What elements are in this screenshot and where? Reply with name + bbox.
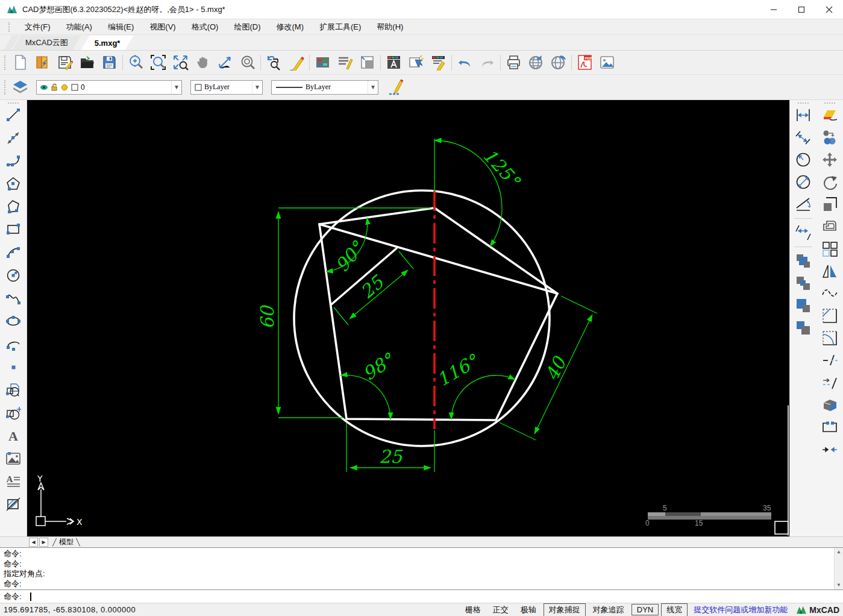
redo-button[interactable] <box>476 52 498 73</box>
chevron-down-icon[interactable]: ▼ <box>368 81 378 94</box>
offset-button[interactable] <box>819 217 841 236</box>
new-file-button[interactable] <box>9 52 31 73</box>
line-button[interactable] <box>3 105 24 125</box>
array-button[interactable] <box>819 239 841 259</box>
zoom-dynamic-button[interactable] <box>125 52 147 73</box>
measure-axes-button[interactable] <box>214 52 236 73</box>
print-button[interactable] <box>503 52 525 73</box>
arc-button[interactable] <box>3 243 24 262</box>
color-palette-button[interactable] <box>312 52 334 73</box>
text-style-button[interactable] <box>383 52 405 73</box>
command-scrollbar[interactable]: ▲ ▼ <box>834 548 843 589</box>
copy-button[interactable] <box>819 128 841 147</box>
polygon-button[interactable] <box>3 174 24 193</box>
insert-block-button[interactable] <box>3 380 24 400</box>
rotate-button[interactable] <box>819 172 841 192</box>
toggle-dyn[interactable]: DYN <box>631 604 659 615</box>
mirror-button[interactable] <box>819 262 841 281</box>
polygon-irregular-button[interactable] <box>3 197 24 216</box>
chevron-down-icon[interactable]: ▼ <box>252 81 262 94</box>
join-button[interactable] <box>819 440 841 459</box>
menu-modify[interactable]: 修改(M) <box>268 19 312 35</box>
page-setup-button[interactable] <box>356 52 378 73</box>
ellipse-button[interactable] <box>3 312 24 331</box>
dim-continue-button[interactable] <box>792 223 814 242</box>
spline-button[interactable] <box>3 289 24 308</box>
draworder-below-button[interactable] <box>792 318 814 338</box>
dim-diameter-button[interactable] <box>792 172 814 192</box>
insert-image-button[interactable] <box>3 449 24 468</box>
undo-button[interactable] <box>454 52 476 73</box>
hatch-button[interactable] <box>3 495 24 514</box>
layer-select[interactable]: 0 ▼ <box>36 80 182 95</box>
layout-prev-button[interactable]: ◀ <box>29 538 38 547</box>
multiline-text-button[interactable]: A <box>3 472 24 491</box>
linetype-select[interactable]: ByLayer ▼ <box>271 80 378 95</box>
publish-web-button[interactable] <box>525 52 547 73</box>
create-block-button[interactable] <box>3 403 24 423</box>
minimize-button[interactable] <box>760 0 788 19</box>
close-button[interactable] <box>815 0 843 19</box>
toggle-ortho[interactable]: 正交 <box>488 604 513 616</box>
dim-aligned-button[interactable] <box>792 128 814 147</box>
open-drawing-button[interactable] <box>31 52 54 73</box>
pan-button[interactable] <box>192 52 214 73</box>
lineweight-button[interactable] <box>384 77 407 98</box>
layout-next-button[interactable]: ▶ <box>39 538 48 547</box>
drawing-canvas[interactable]: 60 25 40 25 90° 98° 116° 125° Y X <box>27 100 789 536</box>
maximize-button[interactable] <box>788 0 815 19</box>
open-folder-button[interactable] <box>76 52 98 73</box>
construction-line-button[interactable] <box>3 128 24 148</box>
text-button[interactable]: A <box>3 426 24 445</box>
break-button[interactable] <box>819 418 841 437</box>
save-button[interactable] <box>54 52 76 73</box>
quick-select-button[interactable] <box>405 52 427 73</box>
model-tab[interactable]: 模型 <box>54 537 78 547</box>
zoom-previous-button[interactable] <box>263 52 285 73</box>
scroll-up-icon[interactable]: ▲ <box>836 549 842 555</box>
menu-express-tools[interactable]: 扩展工具(E) <box>312 19 369 35</box>
circle-button[interactable] <box>3 266 24 285</box>
web-transfer-button[interactable] <box>547 52 569 73</box>
color-select[interactable]: ByLayer ▼ <box>190 80 263 95</box>
zoom-window-button[interactable] <box>147 52 169 73</box>
point-button[interactable] <box>3 357 24 377</box>
match-properties-button[interactable] <box>427 52 450 73</box>
toggle-otrack[interactable]: 对象追踪 <box>588 604 629 616</box>
scroll-down-icon[interactable]: ▼ <box>836 582 842 588</box>
draworder-front-button[interactable] <box>792 251 814 271</box>
draworder-above-button[interactable] <box>792 296 814 315</box>
toggle-lineweight[interactable]: 线宽 <box>661 603 688 616</box>
redline-pencil-button[interactable] <box>285 52 307 73</box>
extend-button[interactable] <box>819 373 841 392</box>
rectangle-button[interactable] <box>3 220 24 239</box>
menu-view[interactable]: 视图(V) <box>142 19 183 35</box>
chevron-down-icon[interactable]: ▼ <box>171 81 181 94</box>
menu-format[interactable]: 格式(O) <box>184 19 227 35</box>
feedback-link[interactable]: 提交软件问题或增加新功能 <box>694 605 788 615</box>
tab-mxcad-cloud[interactable]: MxCAD云图 <box>12 36 81 50</box>
move-button[interactable] <box>819 150 841 169</box>
linetype-manager-button[interactable] <box>334 52 356 73</box>
fillet-button[interactable] <box>819 328 841 348</box>
zoom-extents-button[interactable] <box>169 52 192 73</box>
export-pdf-button[interactable]: PDF <box>574 52 596 73</box>
zoom-center-button[interactable] <box>236 52 259 73</box>
dim-radius-button[interactable] <box>792 150 814 169</box>
stretch-button[interactable] <box>819 195 841 214</box>
explode-button[interactable] <box>819 395 841 415</box>
menu-function[interactable]: 功能(A) <box>58 19 100 35</box>
menu-help[interactable]: 帮助(H) <box>369 19 411 35</box>
menu-file[interactable]: 文件(F) <box>17 19 58 35</box>
export-image-button[interactable] <box>596 52 618 73</box>
trim-button[interactable] <box>819 351 841 370</box>
menu-draw[interactable]: 绘图(D) <box>226 19 268 35</box>
save-as-button[interactable] <box>98 52 121 73</box>
menu-edit[interactable]: 编辑(E) <box>100 19 142 35</box>
edit-polyline-button[interactable] <box>819 284 841 303</box>
arc-3point-button[interactable] <box>3 151 24 171</box>
layer-manager-button[interactable] <box>9 77 31 98</box>
ellipse-arc-button[interactable] <box>3 335 24 354</box>
dim-angular-button[interactable] <box>792 195 814 214</box>
toggle-polar[interactable]: 极轴 <box>516 604 541 616</box>
